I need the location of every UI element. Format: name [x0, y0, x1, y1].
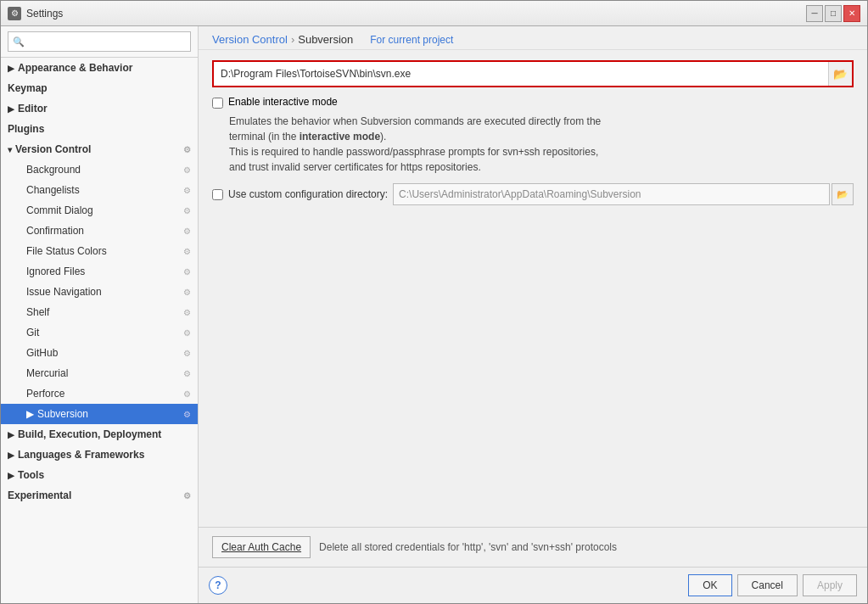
desc-line-1: Emulates the behavior when Subversion co… — [229, 114, 854, 129]
settings-window: ⚙ Settings ─ □ ✕ 🔍 ▶ Appearance & Behavi… — [0, 0, 868, 604]
sidebar-item-file-status-colors[interactable]: File Status Colors ⚙ — [1, 241, 198, 261]
svn-path-row: 📂 — [212, 60, 854, 87]
for-current-project-link[interactable]: For current project — [370, 34, 453, 46]
git-settings-icon: ⚙ — [183, 328, 191, 338]
enable-interactive-checkbox[interactable] — [212, 98, 223, 109]
custom-config-browse-button[interactable]: 📂 — [832, 183, 854, 205]
breadcrumb-current: Subversion — [298, 33, 353, 46]
dialog-buttons-bar: ? OK Cancel Apply — [199, 567, 867, 603]
merc-settings-icon: ⚙ — [183, 369, 191, 378]
clear-auth-cache-button[interactable]: Clear Auth Cache — [212, 536, 311, 558]
close-button[interactable]: ✕ — [843, 5, 860, 22]
tools-arrow: ▶ — [8, 471, 14, 480]
bg-settings-icon: ⚙ — [183, 165, 191, 175]
expand-arrow-editor: ▶ — [8, 104, 14, 114]
sidebar-item-confirmation[interactable]: Confirmation ⚙ — [1, 221, 198, 241]
pf-settings-icon: ⚙ — [183, 389, 191, 399]
minimize-button[interactable]: ─ — [806, 5, 823, 22]
bottom-bar: Clear Auth Cache Delete all stored crede… — [199, 527, 867, 567]
interactive-keyword: interactive mode — [300, 131, 380, 143]
breadcrumb: Version Control › Subversion For current… — [199, 26, 867, 50]
sidebar-item-experimental[interactable]: Experimental ⚙ — [1, 485, 198, 506]
cd-settings-icon: ⚙ — [183, 206, 191, 215]
exp-settings-icon: ⚙ — [183, 491, 191, 501]
interactive-description: Emulates the behavior when Subversion co… — [229, 114, 854, 175]
custom-browse-icon: 📂 — [837, 189, 848, 200]
sidebar-item-appearance[interactable]: ▶ Appearance & Behavior — [1, 58, 198, 78]
sidebar-item-changelists[interactable]: Changelists ⚙ — [1, 180, 198, 200]
sidebar-item-perforce[interactable]: Perforce ⚙ — [1, 383, 198, 404]
vc-settings-icon: ⚙ — [183, 145, 191, 154]
sidebar-item-github[interactable]: GitHub ⚙ — [1, 343, 198, 363]
search-input[interactable] — [8, 31, 191, 52]
main-content: 📂 Enable interactive mode Emulates the b… — [199, 50, 867, 527]
breadcrumb-parent[interactable]: Version Control — [212, 33, 288, 46]
in-settings-icon: ⚙ — [183, 288, 191, 297]
clear-auth-description: Delete all stored credentials for 'http'… — [319, 541, 617, 553]
cancel-button[interactable]: Cancel — [737, 574, 798, 596]
browse-icon: 📂 — [833, 68, 848, 81]
breadcrumb-separator: › — [291, 33, 294, 46]
custom-config-input[interactable] — [393, 183, 830, 205]
sidebar-item-issue-navigation[interactable]: Issue Navigation ⚙ — [1, 282, 198, 302]
custom-config-label: Use custom configuration directory: — [228, 188, 388, 200]
sidebar-item-commit-dialog[interactable]: Commit Dialog ⚙ — [1, 200, 198, 221]
sidebar-item-build[interactable]: ▶ Build, Execution, Deployment — [1, 424, 198, 445]
enable-interactive-row: Enable interactive mode — [212, 96, 854, 109]
build-arrow: ▶ — [8, 430, 14, 439]
search-box: 🔍 — [1, 26, 198, 58]
help-button[interactable]: ? — [209, 576, 227, 595]
sidebar-item-subversion[interactable]: ▶ Subversion ⚙ — [1, 404, 198, 424]
sidebar-item-git[interactable]: Git ⚙ — [1, 322, 198, 343]
title-bar: ⚙ Settings ─ □ ✕ — [1, 1, 867, 26]
sidebar-item-editor[interactable]: ▶ Editor — [1, 98, 198, 119]
cl-settings-icon: ⚙ — [183, 186, 191, 195]
shelf-settings-icon: ⚙ — [183, 308, 191, 317]
custom-config-checkbox[interactable] — [212, 189, 223, 200]
main-panel: Version Control › Subversion For current… — [199, 26, 867, 603]
sidebar-item-plugins[interactable]: Plugins — [1, 119, 198, 139]
svn-path-input[interactable] — [214, 62, 828, 86]
desc-line-3: This is required to handle password/pass… — [229, 144, 854, 159]
sidebar-item-tools[interactable]: ▶ Tools — [1, 465, 198, 485]
window-icon: ⚙ — [8, 7, 21, 20]
apply-button[interactable]: Apply — [803, 574, 857, 596]
lang-arrow: ▶ — [8, 450, 14, 460]
search-icon: 🔍 — [13, 36, 25, 48]
custom-config-row: Use custom configuration directory: 📂 — [212, 183, 854, 205]
svn-settings-icon: ⚙ — [183, 410, 191, 419]
sidebar-item-background[interactable]: Background ⚙ — [1, 159, 198, 180]
sidebar: 🔍 ▶ Appearance & Behavior Keymap ▶ Edito… — [1, 26, 199, 603]
svn-arrow: ▶ — [26, 408, 34, 420]
sidebar-item-ignored-files[interactable]: Ignored Files ⚙ — [1, 261, 198, 282]
desc-line-2: terminal (in the interactive mode). — [229, 129, 854, 144]
sidebar-item-shelf[interactable]: Shelf ⚙ — [1, 302, 198, 322]
enable-interactive-label: Enable interactive mode — [228, 96, 338, 108]
expand-arrow: ▶ — [8, 64, 14, 73]
conf-settings-icon: ⚙ — [183, 226, 191, 236]
window-controls: ─ □ ✕ — [806, 5, 860, 22]
content-area: 🔍 ▶ Appearance & Behavior Keymap ▶ Edito… — [1, 26, 867, 603]
desc-line-4: and trust invalid server certificates fo… — [229, 159, 854, 175]
fsc-settings-icon: ⚙ — [183, 247, 191, 256]
sidebar-item-keymap[interactable]: Keymap — [1, 78, 198, 98]
sidebar-item-version-control[interactable]: ▾ Version Control ⚙ — [1, 139, 198, 159]
svn-path-browse-button[interactable]: 📂 — [828, 62, 852, 86]
maximize-button[interactable]: □ — [825, 5, 842, 22]
if-settings-icon: ⚙ — [183, 267, 191, 277]
expand-arrow-vc: ▾ — [8, 145, 12, 154]
sidebar-item-languages[interactable]: ▶ Languages & Frameworks — [1, 445, 198, 465]
window-title: Settings — [26, 8, 806, 20]
gh-settings-icon: ⚙ — [183, 349, 191, 358]
ok-button[interactable]: OK — [688, 574, 731, 596]
sidebar-item-mercurial[interactable]: Mercurial ⚙ — [1, 363, 198, 383]
